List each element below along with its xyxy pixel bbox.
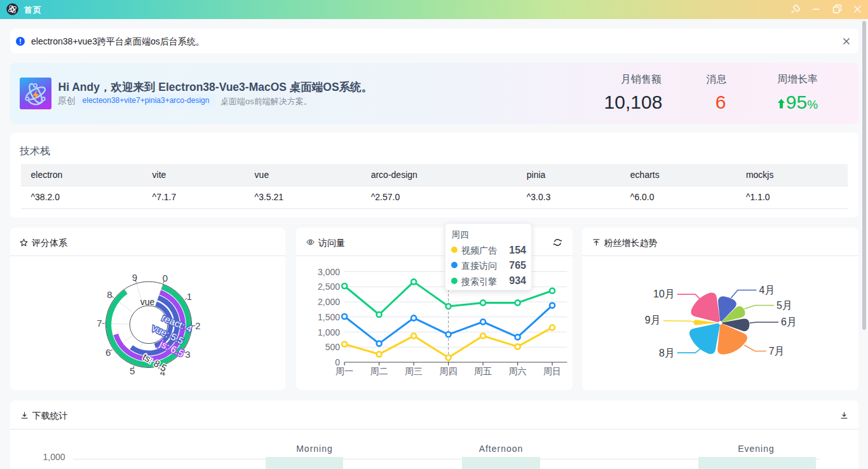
svg-text:2,500: 2,500	[317, 282, 339, 292]
svg-text:5月: 5月	[776, 300, 792, 311]
svg-text:3,000: 3,000	[317, 267, 339, 277]
svg-text:5: 5	[129, 365, 134, 376]
svg-text:500: 500	[325, 342, 340, 352]
svg-text:vue: vue	[140, 297, 154, 307]
svg-text:周三: 周三	[405, 366, 423, 376]
svg-text:3: 3	[185, 349, 190, 360]
svg-text:9月: 9月	[644, 315, 660, 325]
svg-text:周日: 周日	[543, 366, 561, 376]
svg-text:周二: 周二	[370, 366, 388, 376]
svg-text:7: 7	[97, 318, 102, 329]
svg-text:6月: 6月	[781, 316, 797, 327]
svg-text:1,000: 1,000	[317, 327, 339, 337]
svg-text:10月: 10月	[653, 289, 675, 299]
svg-text:1: 1	[186, 291, 191, 302]
svg-text:2,000: 2,000	[317, 297, 339, 307]
svg-text:8: 8	[107, 289, 112, 300]
svg-text:周六: 周六	[508, 366, 526, 376]
svg-text:周一: 周一	[336, 366, 353, 376]
svg-text:9: 9	[132, 272, 137, 283]
svg-text:8月: 8月	[658, 348, 674, 358]
svg-text:6: 6	[105, 347, 110, 358]
svg-text:周四: 周四	[439, 366, 457, 376]
svg-text:0: 0	[162, 273, 167, 283]
svg-text:1,500: 1,500	[317, 312, 339, 322]
svg-text:周五: 周五	[474, 366, 492, 376]
svg-text:4月: 4月	[759, 285, 775, 296]
svg-text:2: 2	[195, 320, 200, 331]
svg-text:7月: 7月	[768, 346, 784, 357]
